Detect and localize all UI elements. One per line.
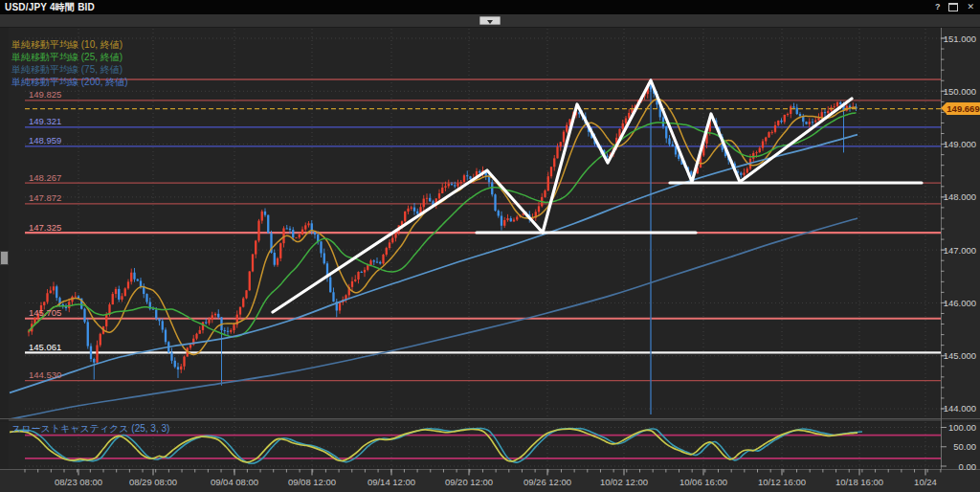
close-button[interactable]: ✕ xyxy=(967,0,974,14)
svg-text:09/14 12:00: 09/14 12:00 xyxy=(368,477,415,487)
current-price-tag: 149.669 xyxy=(947,102,980,115)
title-bar[interactable]: USD/JPY 4時間 BID xyxy=(0,0,980,14)
svg-text:09/04 08:00: 09/04 08:00 xyxy=(211,477,258,487)
panel-collapse-handle[interactable] xyxy=(0,251,9,265)
legend-item-sma-200: 単純移動平均線 (200, 終値) xyxy=(11,76,128,88)
svg-text:50.00: 50.00 xyxy=(953,441,976,452)
svg-text:09/26 12:00: 09/26 12:00 xyxy=(523,477,571,487)
toolbar-collapse-button[interactable] xyxy=(479,16,501,25)
legend-item-sma-10: 単純移動平均線 (10, 終値) xyxy=(11,38,128,51)
svg-text:146.000: 146.000 xyxy=(944,298,976,308)
svg-text:145.061: 145.061 xyxy=(29,342,61,352)
svg-text:145.000: 145.000 xyxy=(944,350,976,361)
toolbar-strip xyxy=(0,14,980,28)
svg-text:08/29 08:00: 08/29 08:00 xyxy=(129,477,177,487)
maximize-button[interactable] xyxy=(948,3,958,11)
svg-text:148.000: 148.000 xyxy=(944,191,976,202)
svg-text:149.000: 149.000 xyxy=(944,139,976,149)
svg-text:10/24: 10/24 xyxy=(914,477,937,487)
svg-text:10/12 16:00: 10/12 16:00 xyxy=(758,477,806,487)
svg-text:10/02 12:00: 10/02 12:00 xyxy=(600,477,648,487)
chevron-down-icon xyxy=(487,20,493,24)
svg-text:149.825: 149.825 xyxy=(29,89,61,100)
window-controls: ? ✕ xyxy=(935,0,974,14)
svg-text:147.872: 147.872 xyxy=(29,192,61,203)
sma-legend: 単純移動平均線 (10, 終値)単純移動平均線 (25, 終値)単純移動平均線 … xyxy=(11,38,128,88)
window-title: USD/JPY 4時間 BID xyxy=(5,0,95,14)
svg-text:144.530: 144.530 xyxy=(29,369,61,380)
legend-item-sma-75: 単純移動平均線 (75, 終値) xyxy=(11,63,128,76)
stochastic-label: スローストキャスティクス (25, 3, 3) xyxy=(11,422,169,436)
svg-text:09/20 12:00: 09/20 12:00 xyxy=(445,477,493,487)
svg-text:149.321: 149.321 xyxy=(29,116,61,126)
svg-text:10/06 16:00: 10/06 16:00 xyxy=(679,477,727,487)
svg-text:148.959: 148.959 xyxy=(29,135,61,145)
svg-text:0.00: 0.00 xyxy=(959,461,977,472)
svg-text:144.000: 144.000 xyxy=(944,403,976,414)
svg-text:147.325: 147.325 xyxy=(29,222,61,233)
svg-text:145.705: 145.705 xyxy=(29,307,61,318)
current-price-value: 149.669 xyxy=(947,103,979,114)
svg-text:09/08 12:00: 09/08 12:00 xyxy=(288,477,336,487)
svg-text:148.267: 148.267 xyxy=(29,172,61,183)
svg-text:151.000: 151.000 xyxy=(944,34,976,44)
legend-item-sma-25: 単純移動平均線 (25, 終値) xyxy=(11,51,128,63)
svg-text:147.000: 147.000 xyxy=(944,245,976,256)
help-button[interactable]: ? xyxy=(935,0,941,14)
chart-window: USD/JPY 4時間 BID ? ✕ 151.000150.000149.00… xyxy=(0,0,980,492)
svg-text:100.00: 100.00 xyxy=(948,422,976,433)
svg-text:10/18 16:00: 10/18 16:00 xyxy=(835,477,883,487)
chart-canvas[interactable]: 151.000150.000149.000148.000147.000146.0… xyxy=(0,0,980,492)
svg-text:08/23 08:00: 08/23 08:00 xyxy=(55,477,102,487)
svg-text:150.000: 150.000 xyxy=(944,86,976,97)
